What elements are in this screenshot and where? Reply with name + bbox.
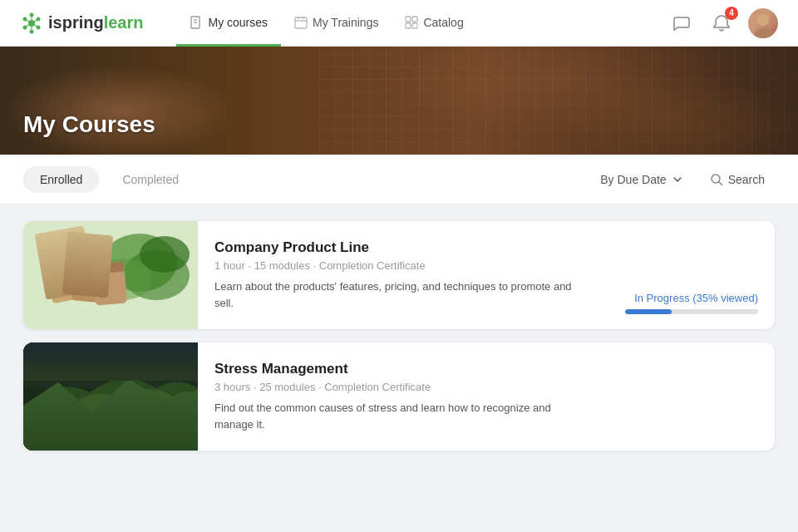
svg-line-12 (27, 20, 29, 22)
tab-completed[interactable]: Completed (106, 166, 195, 193)
nav-links: My courses My Trainings Catalog (176, 0, 668, 46)
nav-my-trainings[interactable]: My Trainings (281, 0, 392, 47)
course-meta: 3 hours · 25 modules · Completion Certif… (214, 381, 592, 393)
avatar[interactable] (748, 8, 778, 38)
course-thumbnail (23, 221, 198, 329)
table-row[interactable]: Company Product Line 1 hour · 15 modules… (23, 221, 775, 329)
svg-point-33 (140, 236, 190, 273)
chat-button[interactable] (668, 10, 695, 37)
svg-point-0 (28, 20, 35, 27)
nav-right: 4 (668, 8, 778, 38)
svg-point-25 (754, 28, 772, 38)
nav-catalog-label: Catalog (423, 16, 463, 29)
svg-line-28 (719, 182, 722, 185)
sort-button[interactable]: By Due Date (590, 166, 692, 193)
hero-keyboard-decoration (319, 47, 798, 155)
search-label: Search (728, 173, 765, 186)
course-thumbnail (23, 342, 198, 451)
svg-line-9 (35, 25, 37, 27)
nav-my-courses-label: My courses (208, 16, 268, 29)
course-meta: 1 hour · 15 modules · Completion Certifi… (214, 259, 592, 272)
course-body: Stress Management 3 hours · 25 modules ·… (198, 342, 608, 451)
svg-point-4 (30, 29, 34, 33)
logo-learn: learn (104, 13, 144, 32)
svg-line-11 (27, 25, 29, 27)
notification-button[interactable]: 4 (708, 10, 735, 37)
progress-label: In Progress (35% viewed) (634, 292, 758, 304)
grid-icon (405, 16, 418, 29)
course-title: Company Product Line (214, 239, 592, 256)
svg-rect-44 (23, 436, 198, 451)
avatar-svg (748, 8, 778, 38)
svg-rect-38 (74, 257, 108, 270)
svg-point-5 (23, 25, 27, 29)
course-description: Find out the common causes of stress and… (214, 400, 592, 432)
svg-rect-22 (406, 23, 411, 28)
svg-rect-20 (406, 17, 411, 22)
svg-rect-37 (71, 257, 108, 303)
progress-fill (625, 309, 672, 314)
hero-banner: My Courses (0, 47, 798, 155)
course-progress: In Progress (35% viewed) (608, 221, 775, 329)
calendar-icon (294, 16, 308, 29)
course-body: Company Product Line 1 hour · 15 modules… (198, 221, 608, 329)
navbar: ispringlearn My courses My Trainings (0, 0, 798, 47)
nav-my-courses[interactable]: My courses (176, 0, 281, 47)
table-row[interactable]: Stress Management 3 hours · 25 modules ·… (23, 342, 775, 451)
search-icon (710, 173, 723, 186)
logo-text: ispringlearn (48, 13, 143, 32)
course-description: Learn about the products' features, pric… (214, 278, 592, 311)
course-thumb-svg (23, 221, 198, 329)
course-title: Stress Management (214, 361, 592, 377)
filter-bar: Enrolled Completed By Due Date Search (0, 155, 798, 204)
nav-catalog[interactable]: Catalog (392, 0, 476, 47)
svg-rect-16 (295, 17, 307, 28)
svg-line-8 (35, 20, 37, 22)
svg-point-36 (56, 268, 76, 288)
chevron-down-icon (672, 174, 683, 185)
chat-icon (672, 14, 691, 32)
page-title: My Courses (23, 111, 155, 138)
svg-rect-21 (412, 17, 417, 22)
nav-my-trainings-label: My Trainings (313, 16, 378, 29)
course-progress (608, 342, 775, 451)
logo[interactable]: ispringlearn (20, 12, 143, 35)
svg-point-3 (37, 25, 41, 29)
search-button[interactable]: Search (700, 166, 775, 193)
notification-badge: 4 (725, 7, 738, 20)
book-icon (190, 16, 203, 29)
svg-point-2 (37, 17, 41, 21)
course-thumb-svg (23, 342, 198, 451)
logo-ispring: ispring (48, 13, 104, 32)
svg-point-39 (81, 272, 98, 288)
sort-label: By Due Date (600, 173, 666, 186)
svg-rect-35 (43, 252, 80, 270)
course-list: Company Product Line 1 hour · 15 modules… (0, 204, 798, 467)
progress-bar (625, 309, 758, 314)
svg-rect-23 (412, 23, 417, 28)
svg-point-26 (757, 14, 769, 26)
tab-enrolled[interactable]: Enrolled (23, 166, 99, 193)
svg-point-6 (23, 17, 27, 21)
logo-icon (20, 12, 43, 35)
svg-point-1 (30, 12, 34, 17)
avatar-image (748, 8, 778, 38)
